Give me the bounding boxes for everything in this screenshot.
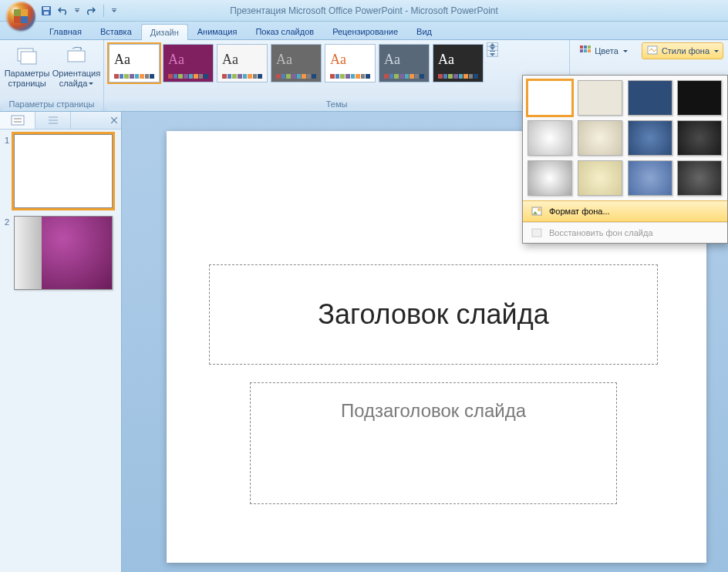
subtitle-text: Подзаголовок слайда bbox=[341, 400, 526, 422]
panel-close-icon[interactable] bbox=[107, 112, 121, 129]
page-setup-label: Параметры страницы bbox=[5, 69, 50, 88]
svg-rect-11 bbox=[584, 49, 587, 52]
quick-access-toolbar bbox=[40, 0, 116, 21]
bg-styles-button[interactable]: Стили фона bbox=[642, 42, 723, 59]
theme-gallery-nav bbox=[487, 42, 498, 57]
undo-dropdown-icon[interactable] bbox=[74, 5, 79, 16]
theme-thumb-slate[interactable]: Aa bbox=[379, 44, 430, 82]
theme-thumb-office[interactable]: Aa bbox=[109, 44, 160, 82]
tab-insert[interactable]: Вставка bbox=[91, 23, 141, 39]
theme-color-strip bbox=[163, 74, 213, 82]
slide-thumb-1[interactable]: 1 bbox=[5, 134, 116, 208]
group-themes: AaAaAaAaAaAaAa Темы bbox=[104, 40, 570, 111]
gallery-more-icon[interactable] bbox=[487, 51, 497, 56]
svg-rect-1 bbox=[43, 7, 49, 10]
bg-swatch-1-3[interactable] bbox=[677, 120, 722, 156]
slides-panel: 1 2 bbox=[0, 112, 122, 572]
bg-swatch-0-1[interactable] bbox=[578, 80, 622, 116]
theme-aa-text: Aa bbox=[163, 45, 213, 74]
slide-list: 1 2 bbox=[0, 130, 121, 572]
tab-slides-thumb[interactable] bbox=[0, 112, 35, 129]
tab-slideshow[interactable]: Показ слайдов bbox=[246, 23, 323, 39]
theme-aa-text: Aa bbox=[379, 45, 429, 74]
page-setup-icon bbox=[15, 45, 39, 67]
theme-aa-text: Aa bbox=[271, 45, 321, 74]
bg-swatch-2-3[interactable] bbox=[677, 160, 722, 196]
slide-thumb-2[interactable]: 2 bbox=[5, 216, 116, 290]
bg-styles-icon bbox=[646, 45, 659, 57]
svg-rect-7 bbox=[580, 45, 583, 49]
page-setup-button[interactable]: Параметры страницы bbox=[3, 42, 51, 91]
tab-animation[interactable]: Анимация bbox=[188, 23, 247, 39]
theme-aa-text: Aa bbox=[217, 45, 267, 74]
svg-rect-2 bbox=[44, 12, 49, 15]
orientation-button[interactable]: Ориентация слайда bbox=[52, 42, 100, 91]
theme-thumb-orange[interactable]: Aa bbox=[325, 44, 376, 82]
svg-rect-15 bbox=[14, 118, 22, 119]
theme-thumb-gray1[interactable]: Aa bbox=[217, 44, 268, 82]
svg-rect-16 bbox=[14, 121, 22, 123]
group-page-setup-label: Параметры страницы bbox=[3, 98, 100, 111]
theme-aa-text: Aa bbox=[325, 45, 375, 74]
bg-swatch-1-1[interactable] bbox=[578, 120, 622, 156]
group-page-setup: Параметры страницы Ориентация слайда Пар… bbox=[0, 40, 104, 111]
svg-point-23 bbox=[538, 208, 541, 211]
colors-button[interactable]: Цвета bbox=[575, 42, 632, 59]
bg-swatch-1-0[interactable] bbox=[527, 120, 572, 156]
reset-bg-icon bbox=[531, 227, 543, 239]
bg-swatch-2-0[interactable] bbox=[527, 160, 572, 196]
office-button[interactable] bbox=[6, 2, 37, 32]
orientation-icon bbox=[64, 45, 89, 67]
tab-design[interactable]: Дизайн bbox=[141, 24, 188, 40]
bg-styles-grid bbox=[523, 76, 727, 200]
save-icon[interactable] bbox=[40, 5, 52, 17]
theme-thumb-gray2[interactable]: Aa bbox=[271, 44, 322, 82]
theme-gallery: AaAaAaAaAaAaAa bbox=[107, 42, 485, 84]
theme-color-strip bbox=[271, 74, 321, 82]
subtitle-placeholder[interactable]: Подзаголовок слайда bbox=[250, 382, 617, 504]
theme-color-strip bbox=[325, 74, 375, 82]
panel-tabs bbox=[0, 112, 121, 130]
tab-review[interactable]: Рецензирование bbox=[323, 23, 407, 39]
redo-icon[interactable] bbox=[84, 5, 96, 17]
theme-thumb-dark[interactable]: Aa bbox=[433, 44, 484, 82]
theme-aa-text: Aa bbox=[110, 45, 159, 74]
slide-num-1: 1 bbox=[5, 134, 9, 208]
format-bg-icon bbox=[531, 205, 543, 217]
tab-home[interactable]: Главная bbox=[40, 23, 91, 39]
title-placeholder[interactable]: Заголовок слайда bbox=[209, 264, 658, 365]
bg-swatch-2-2[interactable] bbox=[628, 160, 672, 196]
qat-customize-icon[interactable] bbox=[111, 5, 116, 16]
bg-swatch-0-0[interactable] bbox=[527, 80, 572, 116]
reset-bg-menu-item: Восстановить фон слайда bbox=[523, 222, 727, 243]
svg-rect-14 bbox=[12, 116, 24, 125]
svg-rect-24 bbox=[532, 229, 541, 237]
svg-rect-10 bbox=[580, 49, 583, 52]
theme-color-strip bbox=[433, 74, 483, 82]
svg-rect-6 bbox=[490, 51, 495, 52]
theme-thumb-purple[interactable]: Aa bbox=[163, 44, 214, 82]
theme-color-strip bbox=[110, 74, 159, 82]
bg-swatch-0-2[interactable] bbox=[628, 80, 672, 116]
svg-rect-12 bbox=[588, 49, 591, 52]
reset-bg-label: Восстановить фон слайда bbox=[549, 228, 653, 237]
tab-outline[interactable] bbox=[35, 112, 71, 129]
title-bar: Презентация Microsoft Office PowerPoint … bbox=[0, 0, 728, 22]
theme-color-strip bbox=[379, 74, 429, 82]
bg-swatch-1-2[interactable] bbox=[628, 120, 672, 156]
colors-label: Цвета bbox=[595, 46, 618, 56]
bg-swatch-0-3[interactable] bbox=[677, 80, 722, 116]
bg-styles-dropdown: Формат фона... Восстановить фон слайда bbox=[522, 75, 728, 244]
theme-color-strip bbox=[217, 74, 267, 82]
tab-view[interactable]: Вид bbox=[407, 23, 441, 39]
svg-rect-8 bbox=[584, 45, 587, 49]
ribbon-tabs: Главная Вставка Дизайн Анимация Показ сл… bbox=[0, 22, 728, 40]
title-text: Заголовок слайда bbox=[318, 298, 548, 331]
bg-styles-label: Стили фона bbox=[662, 46, 709, 56]
bg-swatch-2-1[interactable] bbox=[578, 160, 622, 196]
orientation-label: Ориентация слайда bbox=[52, 69, 100, 88]
undo-icon[interactable] bbox=[57, 5, 69, 17]
format-bg-label: Формат фона... bbox=[549, 207, 610, 216]
format-bg-menu-item[interactable]: Формат фона... bbox=[523, 200, 727, 222]
slide-num-2: 2 bbox=[5, 216, 9, 290]
